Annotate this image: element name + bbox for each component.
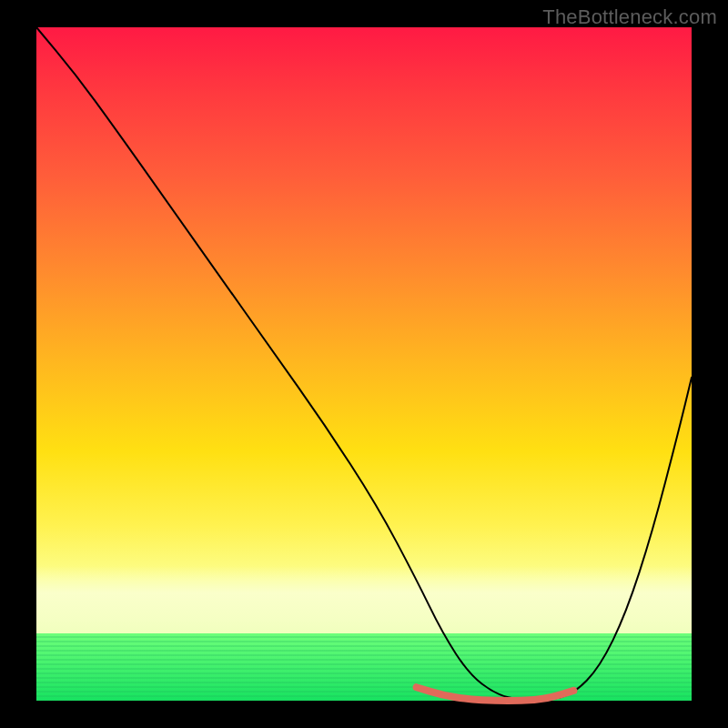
curve-layer — [36, 27, 692, 701]
plot-area — [36, 27, 692, 701]
chart-frame: TheBottleneck.com — [0, 0, 728, 728]
optimal-range-highlight — [417, 687, 574, 701]
watermark-text: TheBottleneck.com — [542, 5, 717, 29]
bottleneck-curve — [36, 27, 692, 701]
